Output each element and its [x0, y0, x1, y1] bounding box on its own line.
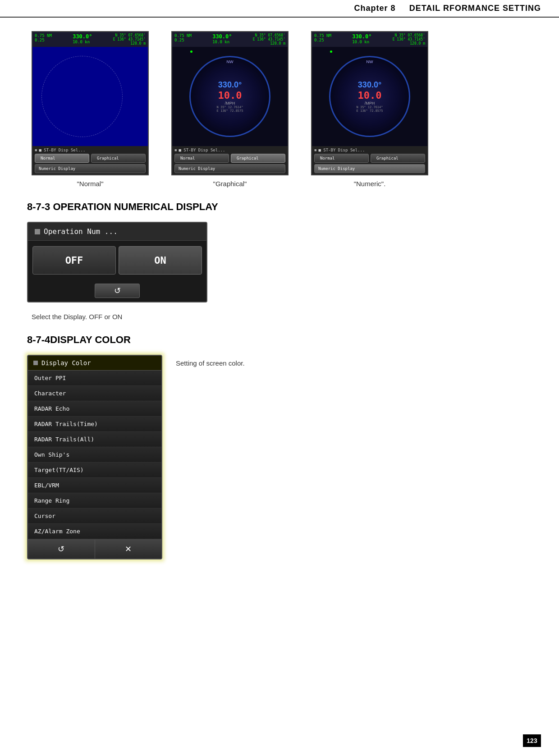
dc-back-button[interactable]: ↺	[28, 540, 95, 559]
stby-icon-n: ■	[314, 148, 316, 152]
page-number: 123	[523, 734, 541, 747]
topbar-depth: 120.0 m	[113, 41, 146, 46]
topbar-coord1: N 35° 07.6568'	[113, 33, 146, 37]
topbar-heading-n: 330.0°	[352, 33, 371, 40]
select-info: Select the Display. OFF or ON	[32, 313, 532, 321]
topbar-range: 0.25	[35, 38, 52, 42]
btn-graphical-n[interactable]: Graphical	[371, 154, 425, 163]
compass-heading-n: 330.0°	[356, 80, 383, 90]
caption-numeric: "Numeric".	[354, 180, 386, 188]
display-color-panel: Display Color Outer PPI Character RADAR …	[27, 355, 162, 559]
compass-nw-g: NW	[227, 60, 234, 64]
stby-icon: ■	[35, 148, 37, 152]
btn-normal-n[interactable]: Normal	[314, 154, 369, 163]
stby-label: ■ ST-BY Disp Sel...	[39, 148, 85, 152]
btn-numeric-n[interactable]: Numeric Display	[314, 164, 425, 173]
topbar-depth-g: 120.0 m	[253, 41, 285, 46]
off-button[interactable]: OFF	[32, 246, 116, 275]
screenshot-normal: 0.75 NM 0.25 330.0° 10.0 kn N 35° 07.656…	[27, 31, 153, 188]
compass-speed-unit-g: /MPH	[216, 101, 243, 105]
op-header-icon	[35, 229, 40, 234]
compass-nw-n: NW	[367, 60, 373, 64]
chapter-label: Chapter 8	[354, 4, 396, 13]
dc-item-range-ring[interactable]: Range Ring	[28, 493, 161, 509]
op-buttons-row: OFF ON	[28, 241, 206, 280]
back-btn-graphical[interactable]: ↺	[174, 174, 192, 175]
caption-normal: "Normal"	[77, 180, 104, 188]
compass-speed-n: 10.0	[356, 90, 383, 101]
section-title: DETAIL RFORMANCE SETTING	[409, 4, 541, 13]
dc-item-radar-echo[interactable]: RADAR Echo	[28, 401, 161, 417]
btn-graphical-g[interactable]: Graphical	[231, 154, 285, 163]
chapter-title: Chapter 8 DETAIL RFORMANCE SETTING	[354, 4, 541, 13]
btn-graphical[interactable]: Graphical	[91, 154, 146, 163]
topbar-speed-g: 10.0 kn	[212, 40, 232, 44]
topbar-depth-n: 120.0 m	[393, 41, 425, 46]
topbar-heading-g: 330.0°	[212, 33, 232, 40]
dc-item-radar-trails-all[interactable]: RADAR Trails(All)	[28, 432, 161, 447]
op-panel-row: Operation Num ... OFF ON ↺	[27, 222, 532, 309]
dc-header-text: Display Color	[41, 359, 91, 367]
section-873-heading: 8-7-3 OPERATION NUMERICAL DISPLAY	[27, 201, 532, 213]
back-btn-normal[interactable]: ↺	[35, 174, 53, 175]
operation-panel: Operation Num ... OFF ON ↺	[27, 222, 207, 302]
topbar-speed-n: 10.0 kn	[352, 40, 371, 44]
screen-menu-numeric: ■ ■ ST-BY Disp Sel... Normal Graphical N…	[312, 146, 427, 175]
op-back-row: ↺	[28, 280, 206, 302]
compass-coords1-g: N 35° 12.7614°	[216, 105, 243, 109]
compass-coords2-g: E 136° 72.8575	[216, 109, 243, 113]
dc-footer: ↺ ✕	[28, 539, 161, 559]
compass-circle-n: NW 330.0° 10.0 /MPH N 35° 12.7614° E 136…	[329, 56, 410, 137]
screen-graphical-box: 0.75 NM 0.25 330.0° 10.0 kn N 35° 07.656…	[171, 31, 289, 175]
btn-numeric-g[interactable]: Numeric Display	[174, 164, 285, 173]
topbar-numeric: 0.75 NM 0.25 330.0° 10.0 kn N 35° 07.656…	[312, 32, 427, 47]
dotted-circle	[41, 56, 123, 137]
dc-item-az-alarm-zone[interactable]: AZ/Alarm Zone	[28, 524, 161, 539]
dc-item-ebl-vrm[interactable]: EBL/VRM	[28, 478, 161, 493]
radar-screen-body-g: NW 330.0° 10.0 /MPH N 35° 12.7614° E 136…	[172, 47, 288, 146]
page-header: Chapter 8 DETAIL RFORMANCE SETTING	[0, 0, 559, 18]
dc-item-radar-trails-time[interactable]: RADAR Trails(Time)	[28, 417, 161, 432]
op-back-button[interactable]: ↺	[95, 284, 140, 298]
compass-coords2-n: E 136° 72.8575	[356, 109, 383, 113]
green-dot-g	[190, 50, 192, 53]
compass-speed-unit-n: /MPH	[356, 101, 383, 105]
stby-icon-g: ■	[174, 148, 177, 152]
topbar-nm-g: 0.75 NM	[174, 33, 192, 38]
btn-normal-g[interactable]: Normal	[174, 154, 229, 163]
dc-item-cursor[interactable]: Cursor	[28, 509, 161, 524]
compass-circle-g: NW 330.0° 10.0 /MPH N 35° 12.7614° E 136…	[189, 56, 270, 137]
topbar-coord2: E 136° 43.7145'	[113, 37, 146, 41]
compass-coords1-n: N 35° 12.7614°	[356, 105, 383, 109]
dc-close-button[interactable]: ✕	[95, 540, 162, 559]
back-btn-numeric[interactable]: ↺	[314, 174, 332, 175]
dc-panel-header: Display Color	[28, 356, 161, 371]
green-dot-n	[330, 50, 332, 53]
section-874-heading: 8-7-4DISPLAY COLOR	[27, 334, 532, 346]
op-panel-header: Operation Num ...	[28, 223, 206, 241]
compass-heading-g: 330.0°	[216, 80, 243, 90]
topbar-coord2-n: E 136° 43.7145'	[393, 37, 425, 41]
on-button[interactable]: ON	[119, 246, 202, 275]
btn-normal[interactable]: Normal	[35, 154, 89, 163]
topbar-coord1-g: N 35° 07.6568'	[253, 33, 285, 37]
stby-label-g: ■ ST-BY Disp Sel...	[179, 148, 225, 152]
dc-item-target-tt-ais[interactable]: Target(TT/AIS)	[28, 463, 161, 478]
caption-graphical: "Graphical"	[213, 180, 247, 188]
topbar-range-n: 0.25	[314, 38, 331, 42]
dc-item-outer-ppi[interactable]: Outer PPI	[28, 371, 161, 386]
screen-menu-normal: ■ ■ ST-BY Disp Sel... Normal Graphical N…	[32, 146, 148, 175]
dc-item-own-ships[interactable]: Own Ship's	[28, 447, 161, 463]
display-color-row: Display Color Outer PPI Character RADAR …	[27, 355, 532, 559]
radar-screen-body-n: NW 330.0° 10.0 /MPH N 35° 12.7614° E 136…	[312, 47, 427, 146]
topbar-speed: 10.0 kn	[73, 40, 92, 44]
btn-numeric[interactable]: Numeric Display	[35, 164, 146, 173]
op-header-text: Operation Num ...	[44, 227, 118, 236]
topbar-nm-n: 0.75 NM	[314, 33, 331, 38]
topbar-normal: 0.75 NM 0.25 330.0° 10.0 kn N 35° 07.656…	[32, 32, 148, 47]
screenshots-row: 0.75 NM 0.25 330.0° 10.0 kn N 35° 07.656…	[27, 31, 532, 188]
compass-speed-g: 10.0	[216, 90, 243, 101]
dc-item-character[interactable]: Character	[28, 386, 161, 401]
topbar-graphical: 0.75 NM 0.25 330.0° 10.0 kn N 35° 07.656…	[172, 32, 288, 47]
topbar-nm: 0.75 NM	[35, 33, 52, 38]
